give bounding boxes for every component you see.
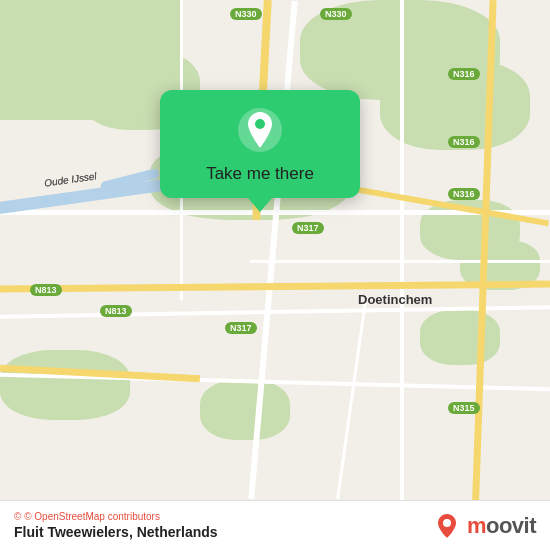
take-me-there-button[interactable]: Take me there: [160, 90, 360, 198]
svg-point-2: [443, 519, 451, 527]
location-name: Fluit Tweewielers, Netherlands: [14, 524, 218, 540]
osm-attribution: © © OpenStreetMap contributors: [14, 511, 218, 522]
road-label-n316-lower: N316: [448, 188, 480, 200]
road-label-n330-right: N330: [320, 8, 352, 20]
bottom-left: © © OpenStreetMap contributors Fluit Twe…: [14, 511, 218, 540]
road-label-n316-top: N316: [448, 68, 480, 80]
green-area: [0, 350, 130, 420]
bottom-bar: © © OpenStreetMap contributors Fluit Twe…: [0, 500, 550, 550]
moovit-text: moovit: [467, 513, 536, 539]
popup-label: Take me there: [206, 164, 314, 184]
road-label-n316-mid: N316: [448, 136, 480, 148]
road-label-n330-left: N330: [230, 8, 262, 20]
moovit-logo: moovit: [433, 512, 536, 540]
city-label: Doetinchem: [358, 292, 432, 307]
location-pin-icon: [236, 106, 284, 154]
map-container: N330 N330 N316 N316 N316 N317 N813 N813 …: [0, 0, 550, 550]
road-label-n317-lower: N317: [225, 322, 257, 334]
road-label-n317-mid: N317: [292, 222, 324, 234]
road-label-n315-bottom: N315: [448, 402, 480, 414]
svg-point-1: [255, 119, 265, 129]
moovit-pin-icon: [433, 512, 461, 540]
road-label-n813-lower: N813: [100, 305, 132, 317]
road-label-n813-left: N813: [30, 284, 62, 296]
green-area: [420, 310, 500, 365]
green-area: [200, 380, 290, 440]
